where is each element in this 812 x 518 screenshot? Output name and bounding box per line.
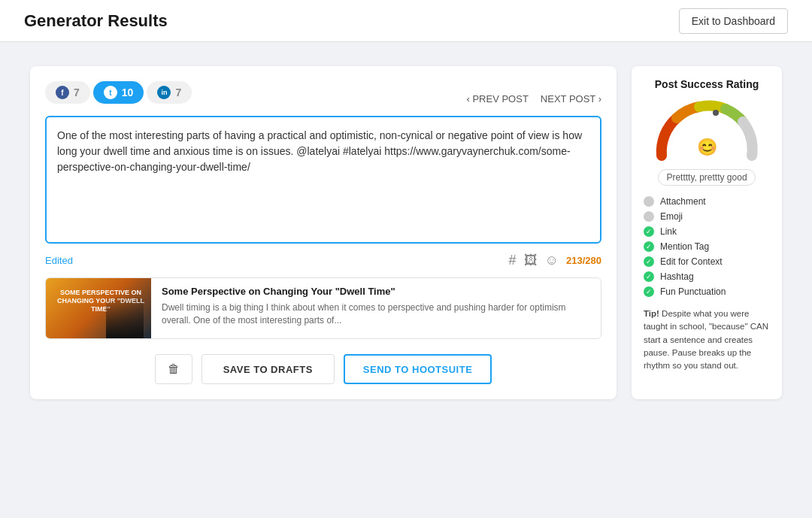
check-item: Emoji	[644, 211, 770, 222]
check-success-icon: ✓	[644, 226, 654, 237]
trash-icon: 🗑	[168, 362, 180, 375]
send-hootsuite-button[interactable]: SEND TO HOOTSUITE	[344, 354, 492, 384]
gauge-emoji: 😊	[697, 138, 717, 157]
check-empty-icon	[644, 196, 654, 207]
gauge-container: 😊	[654, 99, 759, 163]
check-item: ✓Link	[644, 226, 770, 237]
facebook-count: 7	[74, 86, 80, 98]
post-textarea[interactable]: One of the most interesting parts of hav…	[45, 116, 601, 244]
link-preview-image: SOME PERSPECTIVE ON CHANGING YOUR "DWELL…	[46, 278, 151, 338]
facebook-icon: f	[56, 86, 69, 99]
char-count: 213/280	[566, 255, 601, 266]
twitter-count: 10	[122, 86, 134, 98]
check-empty-icon	[644, 211, 654, 222]
check-success-icon: ✓	[644, 271, 654, 282]
check-label: Attachment	[660, 196, 706, 207]
tip-bold: Tip!	[644, 309, 659, 318]
check-item: ✓Fun Punctuation	[644, 286, 770, 297]
next-post-button[interactable]: NEXT POST ›	[541, 93, 601, 105]
post-actions-right: # 🖼 ☺ 213/280	[509, 253, 601, 268]
check-item: ✓Hashtag	[644, 271, 770, 282]
check-success-icon: ✓	[644, 256, 654, 267]
check-label: Fun Punctuation	[660, 286, 726, 297]
check-label: Hashtag	[660, 271, 694, 282]
edited-label: Edited	[45, 255, 73, 266]
link-preview: SOME PERSPECTIVE ON CHANGING YOUR "DWELL…	[45, 277, 601, 339]
page-title: Generator Results	[24, 11, 168, 31]
post-panel: f 7 t 10 in 7 ‹ PREV POST NEXT POST ›	[30, 66, 617, 399]
check-success-icon: ✓	[644, 286, 654, 297]
check-item: Attachment	[644, 196, 770, 207]
gauge-label: Pretttty, prettty good	[658, 169, 755, 186]
link-preview-desc: Dwell timing is a big thing I think abou…	[162, 301, 590, 327]
hashtag-icon[interactable]: #	[509, 253, 517, 268]
exit-button[interactable]: Exit to Dashboard	[679, 8, 788, 34]
check-success-icon: ✓	[644, 241, 654, 252]
check-label: Link	[660, 226, 677, 237]
delete-button[interactable]: 🗑	[155, 354, 192, 384]
save-draft-button[interactable]: SAVE TO DRAFTS	[201, 354, 335, 384]
checklist: AttachmentEmoji✓Link✓Mention Tag✓Edit fo…	[644, 196, 770, 297]
tip-box: Tip! Despite what you were taught in sch…	[644, 307, 770, 372]
main-content: f 7 t 10 in 7 ‹ PREV POST NEXT POST ›	[0, 42, 812, 423]
image-icon[interactable]: 🖼	[524, 253, 538, 268]
emoji-icon[interactable]: ☺	[545, 253, 559, 268]
platform-tabs: f 7 t 10 in 7	[45, 81, 192, 104]
rating-title: Post Success Rating	[644, 78, 770, 90]
check-label: Emoji	[660, 211, 683, 222]
svg-point-0	[713, 110, 719, 116]
header: Generator Results Exit to Dashboard	[0, 0, 812, 42]
prev-post-button[interactable]: ‹ PREV POST	[466, 93, 528, 105]
twitter-icon: t	[104, 86, 117, 99]
link-preview-title: Some Perspective on Changing Your "Dwell…	[162, 286, 590, 297]
check-label: Edit for Context	[660, 256, 723, 267]
check-label: Mention Tag	[660, 241, 709, 252]
post-navigation: ‹ PREV POST NEXT POST ›	[466, 93, 601, 105]
post-meta-row: Edited # 🖼 ☺ 213/280	[45, 253, 601, 268]
link-preview-content: Some Perspective on Changing Your "Dwell…	[151, 278, 601, 338]
check-item: ✓Edit for Context	[644, 256, 770, 267]
tab-facebook[interactable]: f 7	[45, 81, 90, 104]
action-buttons: 🗑 SAVE TO DRAFTS SEND TO HOOTSUITE	[45, 354, 601, 384]
linkedin-icon: in	[157, 86, 171, 99]
tip-text: Despite what you were taught in school, …	[644, 309, 768, 370]
linkedin-count: 7	[175, 86, 181, 98]
check-item: ✓Mention Tag	[644, 241, 770, 252]
tabs-row: f 7 t 10 in 7 ‹ PREV POST NEXT POST ›	[45, 81, 601, 116]
tab-linkedin[interactable]: in 7	[147, 81, 192, 104]
tab-twitter[interactable]: t 10	[93, 81, 144, 104]
rating-panel: Post Success Rating 😊 Pretttty, prettty …	[632, 66, 782, 399]
